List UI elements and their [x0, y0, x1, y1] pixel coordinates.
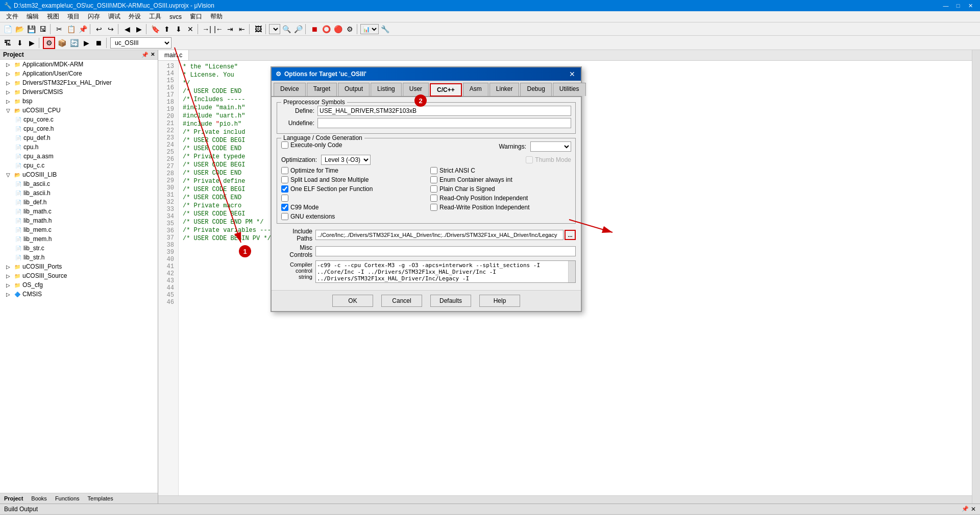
maximize-button[interactable]: □ — [952, 1, 964, 10]
menu-tools[interactable]: 工具 — [145, 11, 165, 22]
tree-folder-ucosiii-ports[interactable]: ▷ 📁 uCOSIII_Ports — [0, 262, 158, 271]
dtab-debug[interactable]: Debug — [520, 83, 551, 96]
tree-folder-os-cfg[interactable]: ▷ 📁 OS_cfg — [0, 280, 158, 290]
tab-project[interactable]: Project — [2, 494, 25, 503]
tree-folder-cmsis2[interactable]: ▷ 🔷 CMSIS — [0, 290, 158, 299]
tab-functions[interactable]: Functions — [53, 494, 82, 503]
bookmark-prev-button[interactable]: ⬆ — [161, 23, 173, 35]
project-combo[interactable]: uc_OSIII — [110, 37, 172, 49]
build-btn[interactable]: 🏗 — [2, 37, 13, 49]
cancel-button[interactable]: Cancel — [381, 295, 422, 307]
include-input[interactable] — [315, 230, 564, 240]
minimize-button[interactable]: — — [940, 1, 951, 10]
tree-folder-drivers[interactable]: ▷ 📁 Drivers/STM32F1xx_HAL_Driver — [0, 78, 158, 87]
dtab-linker[interactable]: Linker — [489, 83, 520, 96]
tree-file-cpu-a-asm[interactable]: 📄 cpu_a.asm — [0, 152, 158, 161]
run-button[interactable]: ⭕ — [321, 23, 332, 35]
outdent2-button[interactable]: ⇤ — [236, 23, 248, 35]
c99-checkbox[interactable] — [281, 204, 288, 211]
dtab-asm[interactable]: Asm — [463, 83, 488, 96]
menu-file[interactable]: 文件 — [2, 11, 22, 22]
menu-project[interactable]: 项目 — [63, 11, 84, 22]
exec-btn[interactable]: ▶ — [81, 37, 92, 49]
split-load-checkbox[interactable] — [281, 176, 288, 183]
settings-button[interactable]: ⚙ — [344, 23, 355, 35]
read-only-checkbox[interactable] — [430, 195, 437, 202]
dtab-device[interactable]: Device — [274, 83, 306, 96]
help-button[interactable]: Help — [479, 295, 520, 307]
menu-view[interactable]: 视图 — [43, 11, 63, 22]
h-scrollbar[interactable] — [158, 497, 972, 503]
close-button[interactable]: ✕ — [965, 1, 976, 10]
tab-templates[interactable]: Templates — [86, 494, 115, 503]
paste-button[interactable]: 📌 — [77, 23, 88, 35]
tree-folder-app-mdk[interactable]: ▷ 📁 Application/MDK-ARM — [0, 60, 158, 69]
compiler-textarea[interactable]: -c99 -c --cpu Cortex-M3 -g -O3 -apcs=int… — [316, 261, 575, 282]
manage-btn[interactable]: 📦 — [56, 37, 67, 49]
build-pin-icon[interactable]: 📌 — [962, 506, 969, 513]
view-select[interactable]: 📊 — [360, 24, 379, 34]
dtab-listing[interactable]: Listing — [371, 83, 402, 96]
debug-start-btn[interactable]: ▶ — [27, 38, 37, 48]
nav-back-button[interactable]: ◀ — [121, 23, 133, 35]
show-button[interactable]: 🖼 — [253, 23, 264, 35]
tree-file-lib-str-c[interactable]: 📄 lib_str.c — [0, 244, 158, 253]
tree-file-lib-str-h[interactable]: 📄 lib_str.h — [0, 253, 158, 262]
tree-file-cpu-def-h[interactable]: 📄 cpu_def.h — [0, 133, 158, 142]
nav-fwd-button[interactable]: ▶ — [133, 23, 144, 35]
menu-flash[interactable]: 闪存 — [84, 11, 104, 22]
menu-peripheral[interactable]: 外设 — [125, 11, 145, 22]
menu-debug[interactable]: 调试 — [104, 11, 125, 22]
dtab-target[interactable]: Target — [307, 83, 337, 96]
strict-ansi-checkbox[interactable] — [430, 167, 437, 174]
panel-pin-icon[interactable]: 📌 — [141, 52, 149, 58]
include-browse-button[interactable]: ... — [565, 230, 576, 240]
one-elf-checkbox[interactable] — [281, 185, 288, 193]
thumb-mode-checkbox[interactable] — [526, 156, 533, 163]
options-dialog[interactable]: ⚙ Options for Target 'uc_OSIII' ✕ Device… — [271, 66, 582, 312]
code-tab-main[interactable]: main.c — [158, 50, 189, 60]
tree-folder-ucosiii-cpu[interactable]: ▽ 📂 uCOSIII_CPU — [0, 106, 158, 115]
v-scrollbar[interactable] — [972, 50, 980, 504]
ok-button[interactable]: OK — [332, 295, 373, 307]
dtab-user[interactable]: User — [403, 83, 429, 96]
menu-edit[interactable]: 编辑 — [22, 11, 43, 22]
dtab-output[interactable]: Output — [338, 83, 370, 96]
tree-file-lib-math-h[interactable]: 📄 lib_math.h — [0, 216, 158, 225]
no-auto-checkbox[interactable] — [281, 195, 288, 202]
enum-container-checkbox[interactable] — [430, 176, 437, 183]
stop-button[interactable]: ⏹ — [309, 23, 320, 35]
tree-folder-ucosiii-source[interactable]: ▷ 📁 uCOSIII_Source — [0, 271, 158, 280]
warnings-select[interactable] — [530, 141, 571, 152]
define-input[interactable] — [317, 106, 571, 116]
menu-help[interactable]: 帮助 — [206, 11, 227, 22]
tree-file-lib-mem-h[interactable]: 📄 lib_mem.h — [0, 234, 158, 244]
menu-svcs[interactable]: svcs — [165, 11, 186, 22]
tree-file-cpu-core-h[interactable]: 📄 cpu_core.h — [0, 124, 158, 133]
tree-folder-bsp[interactable]: ▷ 📁 bsp — [0, 97, 158, 106]
dtab-utilities[interactable]: Utilities — [553, 83, 586, 96]
gnu-ext-checkbox[interactable] — [281, 213, 288, 220]
dtab-cpp[interactable]: C/C++ — [430, 83, 462, 97]
tab-books[interactable]: Books — [29, 494, 49, 503]
tree-file-lib-ascii-c[interactable]: 📄 lib_ascii.c — [0, 179, 158, 188]
download-btn[interactable]: ⬇ — [14, 37, 26, 49]
menu-window[interactable]: 窗口 — [186, 11, 206, 22]
compiler-scrollbar[interactable] — [568, 261, 575, 282]
optimize-time-checkbox[interactable] — [281, 167, 288, 174]
stop2-btn[interactable]: ⏹ — [93, 37, 104, 49]
optimization-select[interactable]: Level 3 (-O3) — [321, 155, 371, 165]
tree-file-cpu-core-c[interactable]: 📄 cpu_core.c — [0, 115, 158, 124]
dialog-close-button[interactable]: ✕ — [568, 69, 577, 79]
build-close-icon[interactable]: ✕ — [971, 506, 976, 513]
tree-file-cpu-c-c[interactable]: 📄 cpu_c.c — [0, 161, 158, 170]
redo-button[interactable]: ↪ — [105, 23, 116, 35]
new-file-button[interactable]: 📄 — [2, 23, 13, 35]
indent-button[interactable]: →| — [201, 23, 212, 35]
bookmark-next-button[interactable]: ⬇ — [173, 23, 184, 35]
tools-button[interactable]: 🔧 — [379, 23, 390, 35]
tree-file-lib-def-h[interactable]: 📄 lib_def.h — [0, 198, 158, 207]
cut-button[interactable]: ✂ — [54, 23, 65, 35]
undo-button[interactable]: ↩ — [93, 23, 105, 35]
open-button[interactable]: 📂 — [14, 23, 25, 35]
